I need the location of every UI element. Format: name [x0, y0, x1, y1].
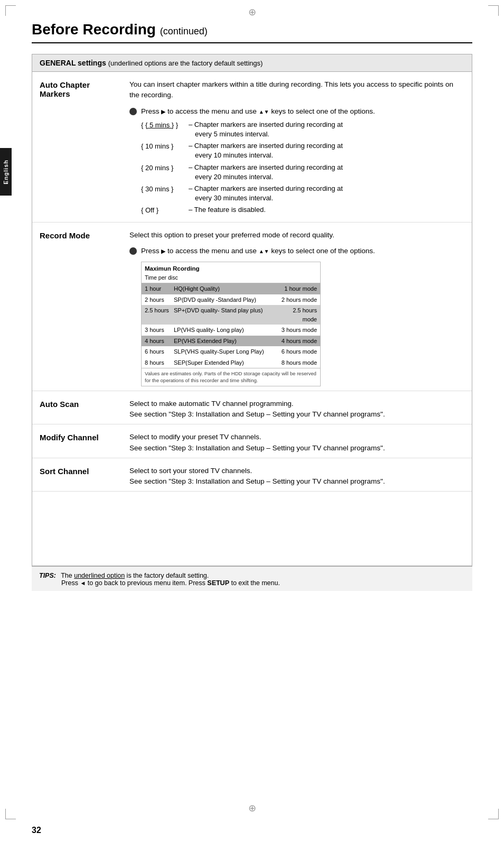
section-sort-channel: Sort Channel Select to sort your stored … — [32, 458, 472, 492]
record-mode-content: Select this option to preset your prefer… — [129, 230, 464, 386]
section-modify-channel: Modify Channel Select to modify your pre… — [32, 424, 472, 458]
record-mode-table: Maximun Rcording Time per disc 1 hour HQ… — [141, 262, 321, 386]
table-col-1hour-time: 1 hour — [145, 284, 174, 293]
table-header-sub: Time per disc — [145, 274, 317, 282]
table-col-4hours-result: 4 hours mode — [277, 337, 317, 346]
option-10mins: { 10 mins } – Chapter markers are insert… — [141, 141, 464, 160]
modify-channel-label: Modify Channel — [40, 432, 129, 454]
table-row-3hours: 3 hours LP(VHS quality- Long play) 3 hou… — [142, 325, 320, 336]
table-col-25hours-mode: SP+(DVD quality- Stand play plus) — [174, 306, 277, 323]
content-box: GENERAL settings (underlined options are… — [32, 54, 472, 566]
sort-channel-label: Sort Channel — [40, 466, 129, 487]
section-record-mode: Record Mode Select this option to preset… — [32, 223, 472, 391]
record-mode-label: Record Mode — [40, 230, 129, 386]
crop-mark-br — [488, 809, 499, 819]
table-col-1hour-mode: HQ(Hight Quality) — [174, 284, 277, 293]
crop-mark-bl — [5, 809, 16, 819]
reg-mark-bottom: ⊕ — [248, 802, 256, 814]
general-settings-header: GENERAL settings (underlined options are… — [32, 54, 472, 72]
page: ⊕ ⊕ English Before Recording (continued)… — [0, 0, 504, 851]
table-row-6hours: 6 hours SLP(VHS quality-Super Long Play)… — [142, 346, 320, 357]
tips-label: TIPS: — [39, 572, 56, 579]
table-row-25hours: 2.5 hours SP+(DVD quality- Stand play pl… — [142, 305, 320, 325]
table-col-2hours-result: 2 hours mode — [277, 295, 317, 304]
option-desc-20mins: – Chapter markers are inserted during re… — [189, 163, 464, 182]
table-col-8hours-time: 8 hours — [145, 358, 174, 367]
page-title: Before Recording (continued) — [32, 21, 472, 43]
auto-scan-label: Auto Scan — [40, 399, 129, 420]
auto-scan-desc: Select to make automatic TV channel prog… — [129, 399, 464, 420]
page-number: 32 — [32, 826, 41, 835]
option-desc-5mins: – Chapter markers are inserted during re… — [189, 120, 464, 139]
option-off: { Off } – The feature is disabled. — [141, 205, 464, 216]
table-col-1hour-result: 1 hour mode — [277, 284, 317, 293]
table-row-8hours: 8 hours SEP(Super Extended Play) 8 hours… — [142, 357, 320, 368]
option-key-off: { Off } — [141, 205, 189, 216]
option-key-30mins: { 30 mins } — [141, 184, 189, 203]
option-30mins: { 30 mins } – Chapter markers are insert… — [141, 184, 464, 203]
side-tab-label: English — [3, 160, 9, 184]
auto-scan-content: Select to make automatic TV channel prog… — [129, 399, 464, 420]
modify-channel-desc: Select to modify your preset TV channels… — [129, 432, 464, 454]
table-col-25hours-time: 2.5 hours — [145, 306, 174, 323]
option-desc-10mins: – Chapter markers are inserted during re… — [189, 141, 464, 160]
option-5mins: { { 5 mins } } – Chapter markers are ins… — [141, 120, 464, 139]
table-col-3hours-time: 3 hours — [145, 326, 174, 335]
tips-section: TIPS: The underlined option is the facto… — [32, 566, 472, 591]
option-key-20mins: { 20 mins } — [141, 163, 189, 182]
sort-channel-desc: Select to sort your stored TV channels.S… — [129, 466, 464, 487]
section-auto-scan: Auto Scan Select to make automatic TV ch… — [32, 391, 472, 425]
record-mode-bullet: Press to access the menu and use keys to… — [129, 246, 464, 256]
table-col-6hours-time: 6 hours — [145, 347, 174, 356]
table-row-4hours: 4 hours EP(VHS Extended Play) 4 hours mo… — [142, 336, 320, 347]
table-col-4hours-mode: EP(VHS Extended Play) — [174, 337, 277, 346]
option-desc-30mins: – Chapter markers are inserted during re… — [189, 184, 464, 203]
table-col-4hours-time: 4 hours — [145, 337, 174, 346]
table-header-title: Maximun Rcording — [145, 264, 317, 273]
table-col-8hours-result: 8 hours mode — [277, 358, 317, 367]
side-tab-english: English — [0, 148, 12, 196]
empty-space — [32, 492, 472, 555]
reg-mark-top: ⊕ — [248, 6, 256, 18]
auto-chapter-bullet-text: Press to access the menu and use keys to… — [141, 106, 375, 117]
table-col-8hours-mode: SEP(Super Extended Play) — [174, 358, 277, 367]
table-col-3hours-result: 3 hours mode — [277, 326, 317, 335]
tips-line1: The underlined option is the factory def… — [61, 572, 209, 579]
table-header: Maximun Rcording Time per disc — [142, 262, 320, 283]
option-desc-off: – The feature is disabled. — [189, 205, 464, 216]
table-col-2hours-time: 2 hours — [145, 295, 174, 304]
auto-chapter-bullet: Press to access the menu and use keys to… — [129, 106, 464, 117]
crop-mark-tl — [5, 5, 16, 16]
table-footnote: Values are estimates only. Parts of the … — [142, 368, 320, 386]
section-auto-chapter: Auto Chapter Markers You can insert chap… — [32, 72, 472, 223]
table-col-25hours-result: 2.5 hours mode — [277, 306, 317, 323]
record-mode-desc: Select this option to preset your prefer… — [129, 230, 464, 240]
auto-chapter-content: You can insert chapter markers within a … — [129, 79, 464, 218]
modify-channel-content: Select to modify your preset TV channels… — [129, 432, 464, 454]
crop-mark-tr — [488, 5, 499, 16]
table-col-3hours-mode: LP(VHS quality- Long play) — [174, 326, 277, 335]
bullet-icon-2 — [129, 247, 137, 255]
table-col-6hours-result: 6 hours mode — [277, 347, 317, 356]
sort-channel-content: Select to sort your stored TV channels.S… — [129, 466, 464, 487]
auto-chapter-options: { { 5 mins } } – Chapter markers are ins… — [141, 120, 464, 216]
tips-line2: Press to go back to previous menu item. … — [61, 579, 280, 587]
option-20mins: { 20 mins } – Chapter markers are insert… — [141, 163, 464, 182]
table-col-6hours-mode: SLP(VHS quality-Super Long Play) — [174, 347, 277, 356]
record-mode-bullet-text: Press to access the menu and use keys to… — [141, 246, 375, 256]
auto-chapter-desc: You can insert chapter markers within a … — [129, 79, 464, 101]
option-key-5mins: { { 5 mins } } — [141, 120, 189, 139]
bullet-icon — [129, 108, 137, 115]
table-col-2hours-mode: SP(DVD quality -Standard Play) — [174, 295, 277, 304]
table-row-1hour: 1 hour HQ(Hight Quality) 1 hour mode — [142, 283, 320, 294]
table-row-2hours: 2 hours SP(DVD quality -Standard Play) 2… — [142, 294, 320, 306]
auto-chapter-label: Auto Chapter Markers — [40, 79, 129, 218]
option-key-10mins: { 10 mins } — [141, 141, 189, 160]
